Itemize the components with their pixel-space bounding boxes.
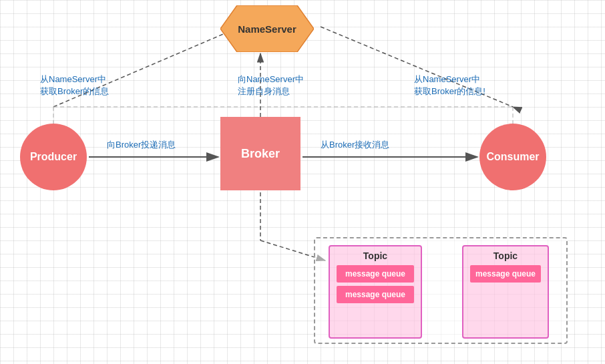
producer-node: Producer [20,124,87,190]
nameserver-node: NameServer [220,5,314,52]
consumer-label: Consumer [486,151,539,163]
topic-box-1: Topic message queue message queue [329,245,422,339]
label-consumer-nameserver: 从NameServer中 获取Broker的信息! [414,73,485,98]
nameserver-label: NameServer [238,23,296,35]
canvas: NameServer Producer Broker Consumer 从Nam… [0,0,605,364]
producer-label: Producer [30,151,77,163]
label-broker-consumer: 从Broker接收消息 [321,139,389,151]
broker-node: Broker [220,117,300,190]
broker-inner-area: Topic message queue message queue Topic … [314,237,568,344]
mq-2-1: message queue [470,265,541,283]
label-producer-broker: 向Broker投递消息 [107,139,176,151]
mq-1-1: message queue [337,265,414,283]
label-producer-nameserver: 从NameServer中 获取Broker的信息 [40,73,109,98]
topic-box-2: Topic message queue [462,245,549,339]
label-broker-nameserver: 向NameServer中 注册自身消息 [238,73,304,98]
consumer-node: Consumer [479,124,546,190]
broker-label: Broker [241,147,280,161]
mq-1-2: message queue [337,286,414,303]
topic-2-label: Topic [467,250,544,261]
topic-1-label: Topic [334,250,417,261]
